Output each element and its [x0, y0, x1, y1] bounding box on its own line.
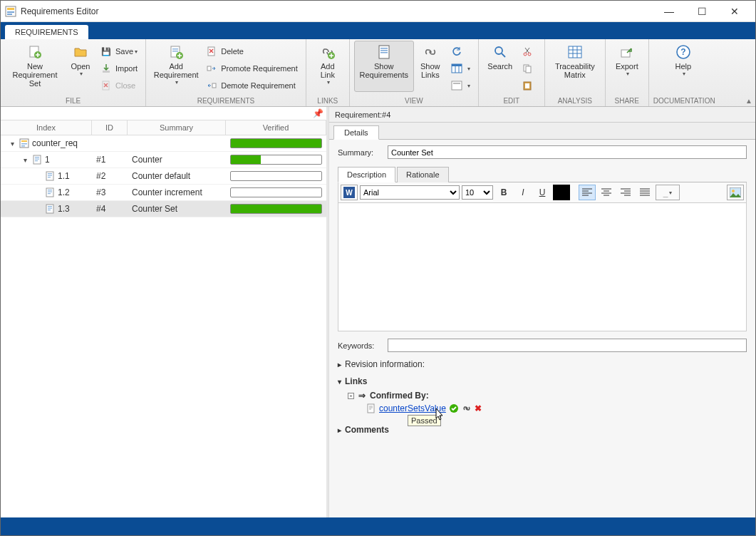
revision-info-section[interactable]: ▸ Revision information: [338, 359, 747, 369]
font-select[interactable]: Arial [360, 185, 460, 200]
tree-row[interactable]: 1.1#2Counter default [1, 168, 326, 185]
align-right-button[interactable] [617, 185, 634, 200]
tree-row[interactable]: 1.2#3Counter increment [1, 185, 326, 201]
row-id: #1 [92, 155, 128, 165]
fontsize-select[interactable]: 10 [462, 185, 493, 200]
view-refresh-button[interactable] [447, 43, 474, 59]
keywords-input[interactable] [388, 339, 747, 352]
add-link-button[interactable]: Add Link ▾ [311, 41, 345, 92]
new-requirement-set-button[interactable]: New Requirement Set [5, 41, 65, 92]
description-textarea[interactable] [338, 203, 747, 331]
svg-rect-17 [380, 48, 388, 49]
svg-rect-56 [48, 192, 52, 192]
header-index[interactable]: Index [1, 120, 92, 135]
svg-rect-47 [35, 157, 39, 158]
ribbon-minimize-icon[interactable]: ▲ [745, 97, 752, 105]
promote-requirement-button[interactable]: Promote Requirement [202, 61, 301, 76]
summary-input[interactable] [388, 145, 747, 159]
underline-button[interactable]: U [534, 185, 551, 200]
save-button[interactable]: 💾Save▾ [96, 43, 141, 59]
show-links-button[interactable]: Show Links [414, 41, 447, 92]
svg-rect-19 [380, 52, 388, 53]
tab-requirements[interactable]: REQUIREMENTS [5, 25, 88, 39]
header-summary[interactable]: Summary [128, 120, 226, 135]
close-file-button: Close [96, 78, 141, 93]
import-button[interactable]: Import [96, 61, 141, 76]
svg-rect-2 [7, 11, 14, 13]
info-icon [450, 80, 463, 91]
new-label: New Requirement Set [6, 62, 64, 88]
demote-requirement-button[interactable]: Demote Requirement [202, 78, 301, 93]
align-justify-button[interactable] [636, 185, 653, 200]
pin-icon[interactable]: 📌 [313, 108, 323, 118]
subtab-description[interactable]: Description [338, 167, 395, 182]
minimize-button[interactable]: — [653, 1, 685, 21]
links-section-header[interactable]: ▾ Links [338, 376, 747, 386]
delete-icon [205, 46, 218, 56]
confirmed-by-row[interactable]: - ⇒ Confirmed By: [348, 391, 747, 401]
view-info-button[interactable]: ▾ [447, 78, 474, 93]
link-icon[interactable] [462, 403, 472, 413]
paragraph-style-select[interactable]: _▾ [656, 185, 680, 200]
svg-rect-49 [35, 160, 38, 161]
show-requirements-button[interactable]: Show Requirements [354, 41, 414, 92]
minus-box-icon: - [348, 393, 354, 399]
ribbon-group-links: Add Link ▾ LINKS [306, 39, 350, 106]
twisty-icon[interactable]: ▾ [8, 140, 16, 148]
dropdown-icon: ▾ [626, 71, 629, 77]
paste-button[interactable] [517, 78, 540, 93]
row-verified [226, 138, 326, 148]
bold-button[interactable]: B [495, 185, 512, 200]
export-button[interactable]: Export ▾ [610, 41, 644, 92]
tree-row[interactable]: ▾counter_req [1, 135, 326, 152]
cut-button[interactable] [517, 43, 540, 59]
header-verified[interactable]: Verified [226, 120, 326, 135]
row-index-label: 1.2 [58, 187, 70, 197]
delete-link-icon[interactable]: ✖ [475, 403, 482, 413]
app-window: Requirements Editor — ☐ ✕ REQUIREMENTS N… [0, 0, 756, 536]
window-title: Requirements Editor [21, 6, 653, 16]
view-columns-button[interactable]: ▾ [447, 61, 474, 76]
align-left-button[interactable] [579, 185, 596, 200]
import-icon [100, 63, 113, 73]
svg-rect-6 [103, 71, 110, 73]
close-button[interactable]: ✕ [718, 1, 751, 21]
link-add-icon [321, 44, 335, 60]
italic-button[interactable]: I [514, 185, 532, 200]
tree-row[interactable]: ▾1#1Counter [1, 152, 326, 168]
tab-details[interactable]: Details [333, 125, 379, 140]
maximize-button[interactable]: ☐ [685, 1, 718, 21]
word-icon[interactable]: W [341, 185, 358, 200]
svg-rect-33 [525, 83, 529, 88]
insert-image-button[interactable] [727, 185, 744, 200]
align-center-button[interactable] [598, 185, 615, 200]
delete-requirement-button[interactable]: Delete [202, 43, 301, 59]
help-button[interactable]: ? Help ▾ [653, 41, 713, 92]
svg-text:W: W [346, 189, 353, 197]
row-verified [226, 171, 326, 181]
ribbon-group-share: Export ▾ SHARE [606, 39, 649, 106]
details-body: Summary: Description Rationale W Arial 1… [329, 140, 755, 517]
tree-row[interactable]: 1.3#4Counter Set [1, 201, 326, 217]
link-target[interactable]: counterSetsValue [379, 403, 446, 413]
svg-rect-54 [46, 188, 53, 197]
header-id[interactable]: ID [92, 120, 128, 135]
subtab-rationale[interactable]: Rationale [397, 167, 448, 182]
row-id: #4 [92, 204, 128, 214]
links-section-container: ▾ Links - ⇒ Confirmed By: counterSetsVal… [338, 376, 747, 418]
copy-button[interactable] [517, 61, 540, 76]
twisty-icon[interactable]: ▾ [21, 156, 29, 164]
add-req-icon [169, 44, 183, 60]
traceability-matrix-button[interactable]: Traceability Matrix [549, 41, 601, 92]
dropdown-icon: ▾ [80, 71, 83, 77]
ribbon-group-view: Show Requirements Show Links ▾ ▾ VIEW [350, 39, 479, 106]
svg-rect-53 [48, 177, 51, 177]
textcolor-button[interactable] [553, 185, 570, 200]
open-button[interactable]: Open ▾ [65, 41, 96, 92]
group-label-edit: EDIT [483, 97, 540, 106]
svg-rect-24 [452, 81, 462, 90]
row-verified [226, 187, 326, 197]
comments-section-header[interactable]: ▸ Comments [338, 425, 747, 435]
add-requirement-button[interactable]: Add Requirement ▾ [150, 41, 202, 92]
search-button[interactable]: Search [483, 41, 517, 92]
